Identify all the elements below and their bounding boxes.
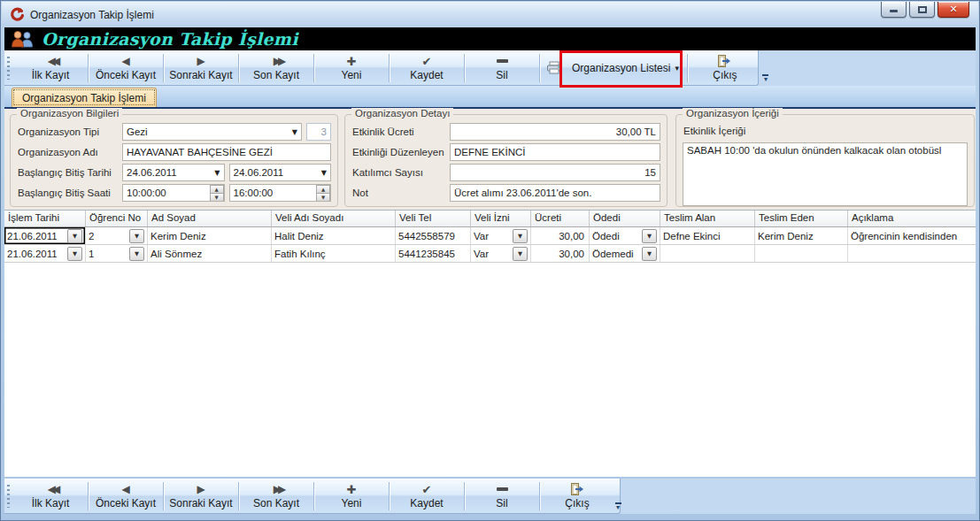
column-header-teslim-eden[interactable]: Teslim Eden bbox=[755, 211, 848, 226]
toolbar-grip[interactable] bbox=[7, 485, 10, 508]
dropdown-button-icon[interactable]: ▼ bbox=[67, 229, 82, 243]
toolbar-button-i-lk-kayit[interactable]: İlk Kayıt bbox=[14, 52, 87, 84]
grid-cell[interactable]: Kerim Deniz bbox=[755, 227, 848, 244]
grid-cell[interactable] bbox=[755, 245, 848, 262]
cell-value: Defne Ekinci bbox=[663, 231, 721, 241]
grid-cell[interactable]: 30,00 bbox=[531, 227, 590, 244]
etkinlik-icerigi-value: SABAH 10:00 'da okulun önünden kalkacak … bbox=[687, 145, 941, 156]
grid-cell[interactable]: Ödemedi▼ bbox=[590, 245, 660, 262]
toolbar-button-cikis[interactable]: Çıkış bbox=[541, 480, 613, 512]
baslangic-saati-spinner[interactable]: 10:00:00 ▲▼ bbox=[122, 184, 225, 202]
katilimci-sayisi-input[interactable]: 15 bbox=[450, 164, 660, 181]
grid-cell[interactable]: Defne Ekinci bbox=[660, 227, 755, 244]
toolbar-button-son-kayit[interactable]: Son Kayıt bbox=[240, 52, 313, 84]
toolbar-button-sonraki-kayit[interactable]: Sonraki Kayıt bbox=[165, 52, 237, 84]
groupbox-title: Organizasyon Detayı bbox=[351, 108, 453, 119]
grid-cell[interactable]: 30,00 bbox=[531, 245, 590, 262]
not-input[interactable]: Ücret alımı 23.06.2011'de son. bbox=[450, 184, 660, 202]
grid-cell[interactable] bbox=[848, 245, 976, 262]
grid-cell[interactable]: 21.06.2011▼ bbox=[4, 245, 86, 262]
toolbar-button-yeni[interactable]: Yeni bbox=[315, 52, 388, 84]
tab-strip: Organizasyon Takip İşlemi bbox=[4, 86, 976, 109]
grid-cell[interactable]: Var▼ bbox=[471, 245, 531, 262]
column-header-teslim-alan[interactable]: Teslim Alan bbox=[660, 211, 755, 226]
dropdown-button-icon[interactable]: ▼ bbox=[129, 229, 144, 243]
maximize-icon[interactable] bbox=[909, 2, 935, 18]
organizasyon-adi-input[interactable]: HAYAVANAT BAHÇESİNE GEZİ bbox=[122, 143, 331, 161]
column-header-ogrenci-no[interactable]: Öğrenci No bbox=[86, 211, 148, 226]
dropdown-button-icon[interactable]: ▼ bbox=[642, 247, 657, 261]
grid-cell[interactable] bbox=[660, 245, 755, 262]
grid-cell[interactable]: Ödedi▼ bbox=[590, 227, 660, 244]
grid-cell[interactable]: 21.06.2011▼ bbox=[4, 227, 86, 244]
toolbar-grip[interactable] bbox=[7, 57, 10, 80]
etkinlik-icerigi-textarea[interactable]: SABAH 10:00 'da okulun önünden kalkacak … bbox=[683, 142, 968, 206]
katilimci-sayisi-value: 15 bbox=[454, 167, 656, 178]
grid-cell[interactable]: 5441235845 bbox=[396, 245, 471, 262]
toolbar-button-onceki-kayit[interactable]: Önceki Kayıt bbox=[89, 52, 162, 84]
dropdown-button-icon[interactable]: ▼ bbox=[513, 229, 528, 243]
organizasyon-adi-value: HAYAVANAT BAHÇESİNE GEZİ bbox=[127, 147, 327, 157]
grid-cell[interactable]: Var▼ bbox=[471, 227, 531, 244]
toolbar-separator bbox=[464, 482, 465, 510]
grid-cell[interactable]: Öğrencinin kendisinden bbox=[848, 227, 976, 244]
toolbar-button-kaydet[interactable]: Kaydet bbox=[390, 52, 463, 84]
spin-down-icon[interactable]: ▼ bbox=[316, 194, 330, 202]
etkinligi-duzenleyen-input[interactable]: DEFNE EKİNCİ bbox=[450, 143, 660, 161]
organizasyon-tipi-select[interactable]: Gezi ▼ bbox=[122, 123, 302, 141]
dropdown-button-icon[interactable]: ▼ bbox=[67, 247, 82, 261]
column-header-veli-tel[interactable]: Veli Tel bbox=[396, 211, 471, 226]
toolbar-button-label: Sil bbox=[496, 497, 507, 510]
grid-cell[interactable]: Halit Deniz bbox=[272, 227, 396, 244]
toolbar-button-i-lk-kayit[interactable]: İlk Kayıt bbox=[14, 480, 87, 512]
bitis-saati-value: 16:00:00 bbox=[234, 188, 314, 198]
column-header-ucreti[interactable]: Ücreti bbox=[531, 211, 590, 226]
spin-down-icon[interactable]: ▼ bbox=[210, 194, 224, 202]
etkinlik-ucreti-input[interactable]: 30,00 TL bbox=[450, 123, 660, 141]
dropdown-button-icon[interactable]: ▼ bbox=[642, 229, 657, 243]
baslangic-tarihi-select[interactable]: 24.06.2011 ▼ bbox=[122, 164, 225, 181]
toolbar-overflow-icon[interactable] bbox=[761, 74, 770, 82]
dropdown-button-icon[interactable]: ▼ bbox=[129, 247, 144, 261]
dropdown-button-icon[interactable]: ▼ bbox=[513, 247, 528, 261]
toolbar-button-sonraki-kayit[interactable]: Sonraki Kayıt bbox=[165, 480, 237, 512]
bitis-saati-spinner[interactable]: 16:00:00 ▲▼ bbox=[229, 184, 332, 202]
toolbar-button-onceki-kayit[interactable]: Önceki Kayıt bbox=[89, 480, 162, 512]
column-header-aciklama[interactable]: Açıklama bbox=[848, 211, 976, 226]
students-grid: İşlem TarihiÖğrenci NoAd SoyadVeli Adı S… bbox=[4, 210, 976, 477]
toolbar-button-yeni[interactable]: Yeni bbox=[315, 480, 388, 512]
toolbar-button-sil[interactable]: Sil bbox=[466, 480, 538, 512]
grid-cell[interactable]: 5442558579 bbox=[396, 227, 471, 244]
app-logo-icon bbox=[10, 7, 25, 22]
grid-cell[interactable]: Ali Sönmez bbox=[148, 245, 272, 262]
toolbar-separator bbox=[539, 54, 540, 82]
group-organizasyon-icerigi: Organizasyon İçeriği Etkinlik İçeriği SA… bbox=[675, 114, 975, 207]
close-icon[interactable]: ✕ bbox=[938, 2, 969, 18]
grid-cell[interactable]: 2▼ bbox=[86, 227, 148, 244]
toolbar-overflow-icon[interactable] bbox=[613, 502, 622, 510]
group-organizasyon-detayi: Organizasyon Detayı Etkinlik Ücreti 30,0… bbox=[344, 114, 667, 207]
grid-cell[interactable]: Fatih Kılınç bbox=[272, 245, 396, 262]
column-header-i-slem-tarihi[interactable]: İşlem Tarihi bbox=[4, 211, 86, 226]
toolbar-button-kaydet[interactable]: Kaydet bbox=[390, 480, 463, 512]
spin-up-icon[interactable]: ▲ bbox=[316, 185, 330, 194]
column-header-veli-adi-soyadi[interactable]: Veli Adı Soyadı bbox=[272, 211, 396, 226]
column-header-ad-soyad[interactable]: Ad Soyad bbox=[148, 211, 272, 226]
column-header-odedi[interactable]: Ödedi bbox=[590, 211, 660, 226]
toolbar-top: İlk KayıtÖnceki KayıtSonraki KayıtSon Ka… bbox=[4, 50, 976, 86]
toolbar-button-cikis[interactable]: Çıkış bbox=[689, 52, 761, 84]
minimize-icon[interactable] bbox=[881, 2, 907, 18]
toolbar-button-label: Son Kayıt bbox=[253, 497, 299, 510]
toolbar-button-son-kayit[interactable]: Son Kayıt bbox=[240, 480, 313, 512]
grid-cell[interactable]: 1▼ bbox=[86, 245, 148, 262]
menu-button-organizasyon-listesi[interactable]: Organizasyon Listesi▾ bbox=[565, 52, 686, 84]
spin-up-icon[interactable]: ▲ bbox=[210, 185, 224, 194]
bitis-tarihi-select[interactable]: 24.06.2011 ▼ bbox=[229, 164, 332, 181]
tab-organizasyon-takip-islemi[interactable]: Organizasyon Takip İşlemi bbox=[12, 88, 157, 107]
toolbar-button-sil[interactable]: Sil bbox=[466, 52, 538, 84]
title-bar[interactable]: Organizasyon Takip İşlemi ✕ bbox=[2, 2, 978, 27]
chevron-down-icon: ▼ bbox=[214, 169, 220, 177]
field-label: Başlangıç Bitiş Tarihi bbox=[18, 167, 122, 178]
column-header-veli-i-zni[interactable]: Veli İzni bbox=[471, 211, 531, 226]
grid-cell[interactable]: Kerim Deniz bbox=[148, 227, 272, 244]
